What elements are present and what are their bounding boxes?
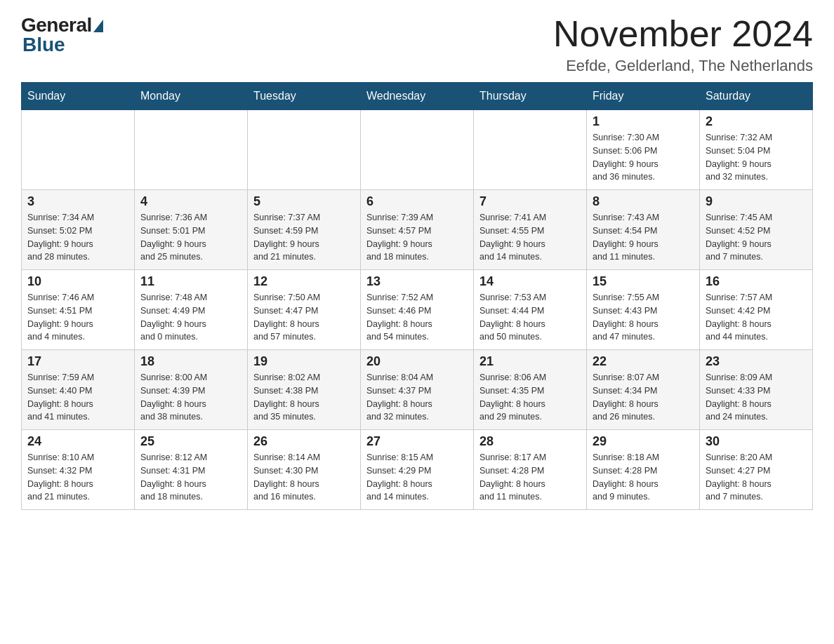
month-title: November 2024 [553,14,813,54]
title-section: November 2024 Eefde, Gelderland, The Net… [553,14,813,75]
day-info: Sunrise: 7:34 AM Sunset: 5:02 PM Dayligh… [27,211,128,264]
day-info: Sunrise: 8:17 AM Sunset: 4:28 PM Dayligh… [479,451,581,504]
calendar-cell: 1Sunrise: 7:30 AM Sunset: 5:06 PM Daylig… [587,110,700,190]
calendar-cell: 25Sunrise: 8:12 AM Sunset: 4:31 PM Dayli… [135,430,248,510]
day-info: Sunrise: 8:02 AM Sunset: 4:38 PM Dayligh… [253,371,355,424]
day-number: 3 [27,194,128,209]
day-info: Sunrise: 8:06 AM Sunset: 4:35 PM Dayligh… [479,371,581,424]
calendar-cell: 28Sunrise: 8:17 AM Sunset: 4:28 PM Dayli… [474,430,587,510]
calendar-cell: 8Sunrise: 7:43 AM Sunset: 4:54 PM Daylig… [587,190,700,270]
calendar-week-row: 1Sunrise: 7:30 AM Sunset: 5:06 PM Daylig… [22,110,813,190]
calendar-cell: 20Sunrise: 8:04 AM Sunset: 4:37 PM Dayli… [361,350,474,430]
calendar-cell: 12Sunrise: 7:50 AM Sunset: 4:47 PM Dayli… [248,270,361,350]
calendar-cell: 16Sunrise: 7:57 AM Sunset: 4:42 PM Dayli… [700,270,813,350]
day-info: Sunrise: 8:18 AM Sunset: 4:28 PM Dayligh… [593,451,694,504]
calendar-cell: 14Sunrise: 7:53 AM Sunset: 4:44 PM Dayli… [474,270,587,350]
calendar-header-wednesday: Wednesday [361,83,474,110]
calendar-header-friday: Friday [587,83,700,110]
day-info: Sunrise: 7:46 AM Sunset: 4:51 PM Dayligh… [27,291,128,344]
day-number: 4 [140,194,241,209]
day-number: 17 [27,354,128,369]
day-number: 6 [366,194,468,209]
day-number: 13 [366,274,468,289]
day-info: Sunrise: 8:12 AM Sunset: 4:31 PM Dayligh… [140,451,241,504]
page-header: General Blue November 2024 Eefde, Gelder… [21,14,813,75]
logo-triangle-icon [93,20,103,32]
day-info: Sunrise: 8:04 AM Sunset: 4:37 PM Dayligh… [366,371,468,424]
calendar-week-row: 10Sunrise: 7:46 AM Sunset: 4:51 PM Dayli… [22,270,813,350]
day-info: Sunrise: 7:32 AM Sunset: 5:04 PM Dayligh… [706,131,807,184]
day-number: 12 [253,274,355,289]
day-number: 8 [593,194,694,209]
calendar-cell: 22Sunrise: 8:07 AM Sunset: 4:34 PM Dayli… [587,350,700,430]
day-number: 20 [366,354,468,369]
calendar-cell: 18Sunrise: 8:00 AM Sunset: 4:39 PM Dayli… [135,350,248,430]
calendar-cell [361,110,474,190]
calendar-cell: 17Sunrise: 7:59 AM Sunset: 4:40 PM Dayli… [22,350,135,430]
day-info: Sunrise: 7:43 AM Sunset: 4:54 PM Dayligh… [593,211,694,264]
calendar-cell: 6Sunrise: 7:39 AM Sunset: 4:57 PM Daylig… [361,190,474,270]
day-number: 7 [479,194,581,209]
day-number: 25 [140,434,241,449]
day-info: Sunrise: 8:20 AM Sunset: 4:27 PM Dayligh… [706,451,807,504]
calendar-header-thursday: Thursday [474,83,587,110]
day-info: Sunrise: 8:15 AM Sunset: 4:29 PM Dayligh… [366,451,468,504]
day-number: 26 [253,434,355,449]
calendar-cell: 2Sunrise: 7:32 AM Sunset: 5:04 PM Daylig… [700,110,813,190]
calendar-cell: 5Sunrise: 7:37 AM Sunset: 4:59 PM Daylig… [248,190,361,270]
calendar-cell: 23Sunrise: 8:09 AM Sunset: 4:33 PM Dayli… [700,350,813,430]
calendar-cell: 19Sunrise: 8:02 AM Sunset: 4:38 PM Dayli… [248,350,361,430]
day-number: 28 [479,434,581,449]
day-number: 16 [706,274,807,289]
day-info: Sunrise: 7:53 AM Sunset: 4:44 PM Dayligh… [479,291,581,344]
day-info: Sunrise: 7:50 AM Sunset: 4:47 PM Dayligh… [253,291,355,344]
day-number: 24 [27,434,128,449]
day-info: Sunrise: 7:48 AM Sunset: 4:49 PM Dayligh… [140,291,241,344]
day-number: 11 [140,274,241,289]
day-info: Sunrise: 7:37 AM Sunset: 4:59 PM Dayligh… [253,211,355,264]
day-number: 22 [593,354,694,369]
day-number: 15 [593,274,694,289]
day-number: 21 [479,354,581,369]
logo: General Blue [21,14,103,56]
day-info: Sunrise: 7:57 AM Sunset: 4:42 PM Dayligh… [706,291,807,344]
day-info: Sunrise: 7:55 AM Sunset: 4:43 PM Dayligh… [593,291,694,344]
day-info: Sunrise: 8:14 AM Sunset: 4:30 PM Dayligh… [253,451,355,504]
day-info: Sunrise: 7:59 AM Sunset: 4:40 PM Dayligh… [27,371,128,424]
day-number: 19 [253,354,355,369]
calendar-cell: 13Sunrise: 7:52 AM Sunset: 4:46 PM Dayli… [361,270,474,350]
day-number: 1 [593,114,694,129]
calendar-cell [474,110,587,190]
calendar-header-tuesday: Tuesday [248,83,361,110]
calendar-cell: 9Sunrise: 7:45 AM Sunset: 4:52 PM Daylig… [700,190,813,270]
calendar-week-row: 24Sunrise: 8:10 AM Sunset: 4:32 PM Dayli… [22,430,813,510]
day-number: 18 [140,354,241,369]
day-number: 29 [593,434,694,449]
day-info: Sunrise: 7:45 AM Sunset: 4:52 PM Dayligh… [706,211,807,264]
calendar-cell: 7Sunrise: 7:41 AM Sunset: 4:55 PM Daylig… [474,190,587,270]
day-info: Sunrise: 7:30 AM Sunset: 5:06 PM Dayligh… [593,131,694,184]
calendar-cell: 15Sunrise: 7:55 AM Sunset: 4:43 PM Dayli… [587,270,700,350]
calendar-week-row: 3Sunrise: 7:34 AM Sunset: 5:02 PM Daylig… [22,190,813,270]
day-info: Sunrise: 7:41 AM Sunset: 4:55 PM Dayligh… [479,211,581,264]
day-number: 9 [706,194,807,209]
calendar-cell: 11Sunrise: 7:48 AM Sunset: 4:49 PM Dayli… [135,270,248,350]
location-title: Eefde, Gelderland, The Netherlands [553,57,813,75]
calendar-table: SundayMondayTuesdayWednesdayThursdayFrid… [21,82,813,510]
day-info: Sunrise: 8:07 AM Sunset: 4:34 PM Dayligh… [593,371,694,424]
calendar-header-saturday: Saturday [700,83,813,110]
calendar-cell: 24Sunrise: 8:10 AM Sunset: 4:32 PM Dayli… [22,430,135,510]
day-number: 5 [253,194,355,209]
logo-blue-text: Blue [22,34,65,56]
calendar-cell [248,110,361,190]
calendar-cell: 26Sunrise: 8:14 AM Sunset: 4:30 PM Dayli… [248,430,361,510]
calendar-cell: 30Sunrise: 8:20 AM Sunset: 4:27 PM Dayli… [700,430,813,510]
day-number: 30 [706,434,807,449]
calendar-header-monday: Monday [135,83,248,110]
calendar-cell: 4Sunrise: 7:36 AM Sunset: 5:01 PM Daylig… [135,190,248,270]
calendar-cell: 21Sunrise: 8:06 AM Sunset: 4:35 PM Dayli… [474,350,587,430]
calendar-header-sunday: Sunday [22,83,135,110]
day-number: 14 [479,274,581,289]
day-number: 27 [366,434,468,449]
calendar-cell: 29Sunrise: 8:18 AM Sunset: 4:28 PM Dayli… [587,430,700,510]
